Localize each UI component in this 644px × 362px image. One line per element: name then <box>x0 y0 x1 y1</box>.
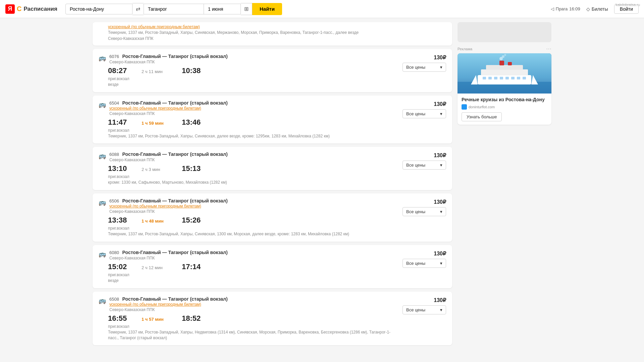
train-stops-3: Темерник, 1337 км, Ростов-Западный, Хапр… <box>108 231 396 237</box>
from-input[interactable] <box>65 4 132 14</box>
train-number-5: 6508 <box>109 297 119 302</box>
find-button[interactable]: Найти <box>252 3 282 15</box>
accel-link-1[interactable]: ускоренный (по обычным пригородным билет… <box>109 106 201 111</box>
price-dropdown-2[interactable]: Все цены ▾ <box>402 161 446 170</box>
train-company-0: Северо-Кавказская ППК <box>109 60 396 64</box>
search-bar: ⇄ ⊞ Найти <box>65 3 300 15</box>
train-card-5: 🚌 6508 Ростов-Главный — Таганрог (старый… <box>93 292 452 346</box>
city-name: Прага <box>556 6 568 11</box>
svg-rect-10 <box>488 77 492 79</box>
header: Я С Расписания ⇄ ⊞ Найти ◁ Прага 16:09 ◇… <box>0 0 644 18</box>
company-partial: Северо-Кавказская ППК <box>108 36 446 41</box>
train-cards: 🚌 6076 Ростов-Главный — Таганрог (старый… <box>93 49 452 346</box>
train-number-2: 6088 <box>109 152 119 157</box>
train-stops-2: кроме: 1330 км, Сафьяново, Мартыново, Ми… <box>108 180 396 185</box>
ad-image <box>458 53 551 94</box>
train-stops-5: Темерник, 1337 км, Ростов-Западный, Хапр… <box>108 329 396 341</box>
train-route-1: Ростов-Главный — Таганрог (старый вокзал… <box>122 100 228 106</box>
depart-time-1: 11:47 <box>108 118 131 127</box>
train-route-4: Ростов-Главный — Таганрог (старый вокзал… <box>122 250 228 255</box>
dropdown-chevron-5: ▾ <box>440 307 442 312</box>
prigor-label-2: приг.вокзал <box>108 174 396 179</box>
duration-4: 2 ч 12 мин <box>142 265 172 270</box>
ad-content: Речные круизы из Ростова-на-Дону donintu… <box>458 94 551 125</box>
accel-label-partial[interactable]: ускоренный (по обычным пригородным билет… <box>108 24 200 29</box>
tickets-icon: ◇ <box>586 6 590 12</box>
app-title: Расписания <box>23 6 57 12</box>
dropdown-label-1: Все цены <box>406 111 425 116</box>
svg-point-19 <box>504 54 506 56</box>
train-card-4: 🚌 6080 Ростов-Главный — Таганрог (старый… <box>93 245 452 288</box>
grid-button[interactable]: ⊞ <box>241 3 252 15</box>
train-stops-0: везде <box>108 82 396 87</box>
ad-learn-more-button[interactable]: Узнать больше <box>462 112 502 121</box>
ad-label-row: Реклама ⋯ <box>458 46 551 52</box>
depart-time-5: 16:55 <box>108 314 131 323</box>
to-input[interactable] <box>144 4 204 14</box>
svg-rect-14 <box>511 77 515 79</box>
price-2: 130₽ <box>434 152 446 159</box>
dropdown-chevron-0: ▾ <box>440 65 442 70</box>
prigor-label-4: приг.вокзал <box>108 273 396 277</box>
price-4: 130₽ <box>434 250 446 257</box>
current-time: 16:09 <box>569 6 580 11</box>
dropdown-label-3: Все цены <box>406 209 425 214</box>
price-dropdown-0[interactable]: Все цены ▾ <box>402 63 446 72</box>
arrive-time-5: 18:52 <box>182 314 205 323</box>
train-icon-0: 🚌 <box>99 54 106 62</box>
train-route-2: Ростов-Главный — Таганрог (старый вокзал… <box>122 152 228 157</box>
prigor-label-5: приг.вокзал <box>108 324 396 329</box>
accel-link-5[interactable]: ускоренный (по обычным пригородным билет… <box>109 302 201 307</box>
price-dropdown-3[interactable]: Все цены ▾ <box>402 207 446 216</box>
train-company-2: Северо-Кавказская ППК <box>109 158 396 162</box>
train-card-0: 🚌 6076 Ростов-Главный — Таганрог (старый… <box>93 49 452 92</box>
ad-source-icon <box>462 104 467 110</box>
prigor-label-0: приг.вокзал <box>108 76 396 81</box>
train-icon-2: 🚌 <box>99 152 106 160</box>
svg-rect-2 <box>478 75 531 84</box>
ad-menu-dots[interactable]: ⋯ <box>546 46 551 52</box>
svg-rect-9 <box>483 77 486 79</box>
train-icon-5: 🚌 <box>99 297 106 304</box>
sidebar: Реклама ⋯ <box>458 22 551 349</box>
dropdown-chevron-2: ▾ <box>440 163 442 168</box>
svg-rect-12 <box>500 77 503 79</box>
price-dropdown-5[interactable]: Все цены ▾ <box>402 305 446 314</box>
prigor-label-3: приг.вокзал <box>108 226 396 231</box>
train-stops-1: Темерник, 1337 км, Ростов-Западный, Хапр… <box>108 133 396 139</box>
stops-partial: Темерник, 1337 км, Ростов-Западный, Хапр… <box>108 30 446 36</box>
accel-link-3[interactable]: ускоренный (по обычным пригородным билет… <box>109 204 201 208</box>
train-number-1: 6504 <box>109 101 119 106</box>
price-5: 130₽ <box>434 297 446 303</box>
ad-source-text: doninturflot.com <box>469 105 495 109</box>
ad-card: Речные круизы из Ростова-на-Дону donintu… <box>458 53 551 125</box>
duration-2: 2 ч 3 мин <box>142 167 172 172</box>
swap-button[interactable]: ⇄ <box>132 3 144 15</box>
train-route-5: Ростов-Главный — Таганрог (старый вокзал… <box>122 296 228 302</box>
price-dropdown-4[interactable]: Все цены ▾ <box>402 259 446 268</box>
svg-rect-13 <box>505 77 509 79</box>
logo[interactable]: Я С Расписания <box>5 4 57 14</box>
svg-rect-7 <box>499 61 504 65</box>
tickets-link[interactable]: ◇ Билеты <box>586 6 608 12</box>
train-company-5: Северо-Кавказская ППК <box>109 307 396 312</box>
ad-source: doninturflot.com <box>462 104 547 110</box>
train-card-3: 🚌 6506 Ростов-Главный — Таганрог (старый… <box>93 193 452 242</box>
train-card-2: 🚌 6088 Ростов-Главный — Таганрог (старый… <box>93 147 452 190</box>
arrive-time-4: 17:14 <box>182 262 205 271</box>
train-list: ускоренный (по обычным пригородным билет… <box>93 22 452 349</box>
location-icon: ◁ <box>551 6 554 11</box>
dropdown-label-4: Все цены <box>406 261 425 266</box>
price-dropdown-1[interactable]: Все цены ▾ <box>402 109 446 118</box>
train-icon-4: 🚌 <box>99 250 106 258</box>
arrive-time-2: 15:13 <box>182 164 205 173</box>
watermark-text: kakdobratsa.ru <box>615 3 640 7</box>
ad-label-text: Реклама <box>458 47 472 51</box>
yandex-logo-ya: Я <box>5 4 15 14</box>
duration-5: 1 ч 57 мин <box>142 317 172 322</box>
dropdown-chevron-3: ▾ <box>440 209 442 214</box>
duration-3: 1 ч 48 мин <box>142 219 172 224</box>
dropdown-chevron-1: ▾ <box>440 111 442 116</box>
depart-time-4: 15:02 <box>108 262 131 271</box>
date-input[interactable] <box>204 4 241 14</box>
